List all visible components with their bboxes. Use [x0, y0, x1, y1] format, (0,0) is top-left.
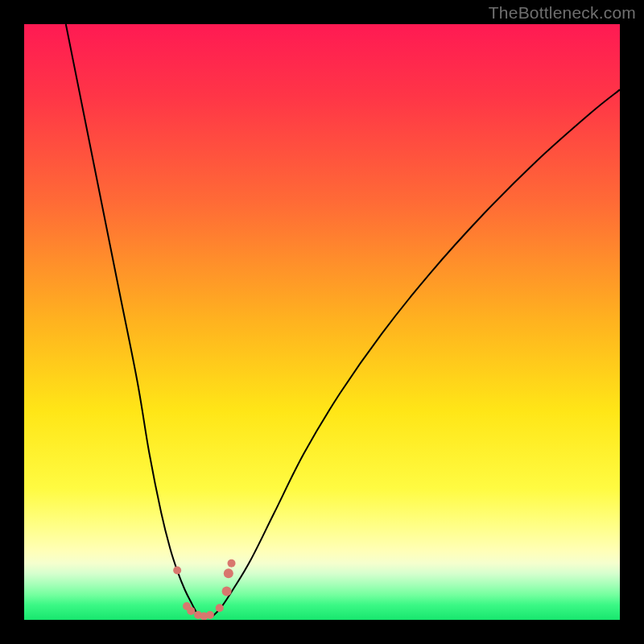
- data-marker: [187, 607, 195, 615]
- chart-stage: TheBottleneck.com: [0, 0, 644, 644]
- data-marker: [222, 586, 232, 596]
- data-marker: [216, 604, 224, 612]
- data-marker: [206, 611, 214, 619]
- watermark-text: TheBottleneck.com: [489, 3, 636, 23]
- gradient-background: [24, 24, 620, 620]
- data-marker: [173, 567, 181, 575]
- data-marker: [228, 559, 236, 568]
- plot-svg: [24, 24, 620, 620]
- data-marker: [224, 568, 233, 578]
- plot-area: [24, 24, 620, 620]
